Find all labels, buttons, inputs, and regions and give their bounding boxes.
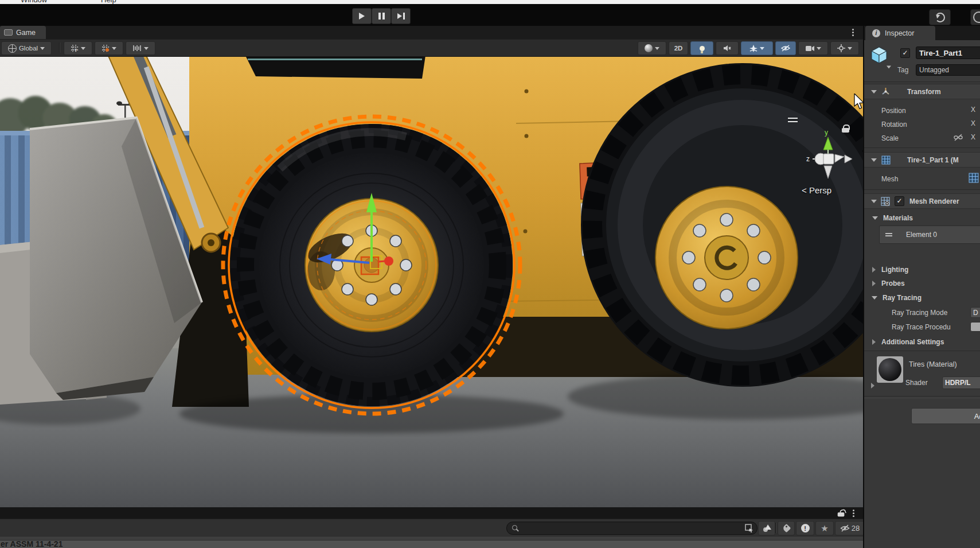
position-label: Position [881,107,906,115]
add-component-button[interactable]: Add [911,408,980,424]
filter-by-label-button[interactable] [778,521,795,535]
rotation-row[interactable]: Rotation [864,119,980,130]
2d-toggle-button[interactable]: 2D [669,41,688,55]
mesh-renderer-checkbox[interactable]: ✓ [895,196,904,206]
transform-header[interactable]: Transform [864,84,980,99]
os-menubar: Window Help [0,0,980,4]
material-foldout-icon[interactable] [871,383,874,388]
version-history-button[interactable] [929,9,951,25]
foldout-closed-icon [872,339,876,345]
status-text: er ASSM 11-4-21 [1,540,63,548]
shading-mode-button[interactable] [638,41,666,55]
transform-title: Transform [907,88,941,96]
lighting-toggle-button[interactable] [690,41,713,55]
pick-object-icon[interactable] [745,524,753,533]
material-preview[interactable] [877,356,903,383]
favorites-button[interactable]: ★ [815,521,834,535]
inspector-header: ✓ Tire-1_Part1 Tag Untagged [864,40,980,82]
element0-label: Element 0 [906,231,937,239]
tab-game[interactable]: Game [0,26,46,39]
foldout-open-icon [872,296,877,300]
ray-tracing-mode-row[interactable]: Ray Tracing Mode [864,308,980,318]
ray-tracing-label: Ray Tracing [883,294,922,302]
step-icon [397,13,402,19]
mesh-row[interactable]: Mesh [864,174,980,184]
alert-filter-button[interactable]: ! [796,521,814,535]
scene-orientation-gizmo[interactable]: y z < Persp [784,112,863,201]
game-panel-menu-button[interactable] [852,29,854,30]
axis-gizmo[interactable]: y z [804,128,852,183]
material-element-row[interactable]: Element 0 [879,226,980,244]
filter-by-type-button[interactable] [758,521,775,535]
cube-icon [870,46,888,64]
axis-y-label: y [825,129,828,137]
constrain-proportions-icon[interactable] [954,134,963,141]
materials-foldout-row[interactable]: Materials [864,213,980,223]
pause-button[interactable] [372,8,391,24]
game-viewport[interactable]: WARNING MOVING MACHINERY [0,56,863,507]
game-tab-icon [4,29,13,36]
probes-foldout[interactable]: Probes [864,278,980,289]
tag-dropdown[interactable]: Untagged [916,64,980,76]
scale-x-label: X [971,133,975,141]
status-bar: er ASSM 11-4-21 [0,540,863,548]
hidden-count-button[interactable]: 28 [835,521,865,535]
gizmos-button[interactable] [830,41,859,55]
lighting-foldout[interactable]: Lighting [864,265,980,275]
mesh-object-picker-icon[interactable] [969,173,979,183]
drag-handle-icon[interactable] [885,232,892,238]
mesh-filter-header[interactable]: Tire-1_Part 1 (M [864,152,980,168]
ray-trace-procedural-row[interactable]: Ray Trace Procedu [864,322,980,332]
shader-dropdown[interactable]: HDRP/L [942,376,980,389]
mesh-filter-title: Tire-1_Part 1 (M [907,156,959,164]
filter-type-icon [763,524,771,533]
tab-inspector[interactable]: i Inspector [865,26,935,40]
mesh-label: Mesh [881,175,898,183]
active-checkbox[interactable]: ✓ [900,48,910,58]
scene-visibility-button[interactable] [775,41,796,55]
global-label: Global [19,45,38,52]
search-icon [512,525,517,530]
handle-orientation-button[interactable]: Global [1,41,52,55]
unlock-icon[interactable] [838,510,845,517]
ray-tracing-foldout[interactable]: Ray Tracing [864,293,980,303]
hidden-eye-icon [840,524,850,532]
position-row[interactable]: Position [864,106,980,116]
foldout-open-icon[interactable] [871,200,877,203]
camera-settings-button[interactable] [798,41,828,55]
step-button[interactable] [391,8,411,24]
light-bulb-icon [700,46,705,51]
play-button[interactable] [352,8,372,24]
menu-window[interactable]: Window [21,0,47,4]
hidden-count: 28 [852,524,860,533]
material-name: Tires (Material) [909,360,957,368]
mesh-renderer-header[interactable]: ✓ Mesh Renderer [864,193,980,209]
ray-tracing-mode-dropdown[interactable]: D [970,307,980,318]
inspector-panel: i Inspector ✓ Tire-1_Part1 Tag Untagged [863,26,980,548]
toolbar-separator [59,42,60,53]
perspective-label[interactable]: < Persp [802,185,831,195]
increment-snap-button[interactable] [95,41,123,55]
account-icon [973,11,980,23]
account-button[interactable] [970,9,980,25]
header-foldout-icon[interactable] [887,66,891,69]
object-name-field[interactable]: Tire-1_Part1 [916,46,980,59]
grid-snap-button[interactable]: Y [64,41,92,55]
audio-toggle-button[interactable] [716,41,739,55]
rotation-x-label: X [971,119,975,127]
tag-label: Tag [897,66,908,74]
footer-menu-button[interactable] [853,510,854,511]
foldout-open-icon[interactable] [871,90,877,94]
lighting-label: Lighting [881,266,908,274]
chevron-down-icon [144,47,149,50]
game-tabbar: Game [0,26,863,39]
foldout-open-icon[interactable] [871,158,877,162]
effects-toggle-button[interactable] [741,41,773,55]
search-input[interactable] [506,522,758,535]
snap-settings-button[interactable] [126,41,155,55]
mesh-filter-icon [881,156,891,165]
menu-help[interactable]: Help [101,0,116,4]
grid-snap-icon: Y [71,45,79,52]
ray-trace-procedural-field[interactable] [970,322,980,332]
additional-settings-foldout[interactable]: Additional Settings [864,337,980,347]
